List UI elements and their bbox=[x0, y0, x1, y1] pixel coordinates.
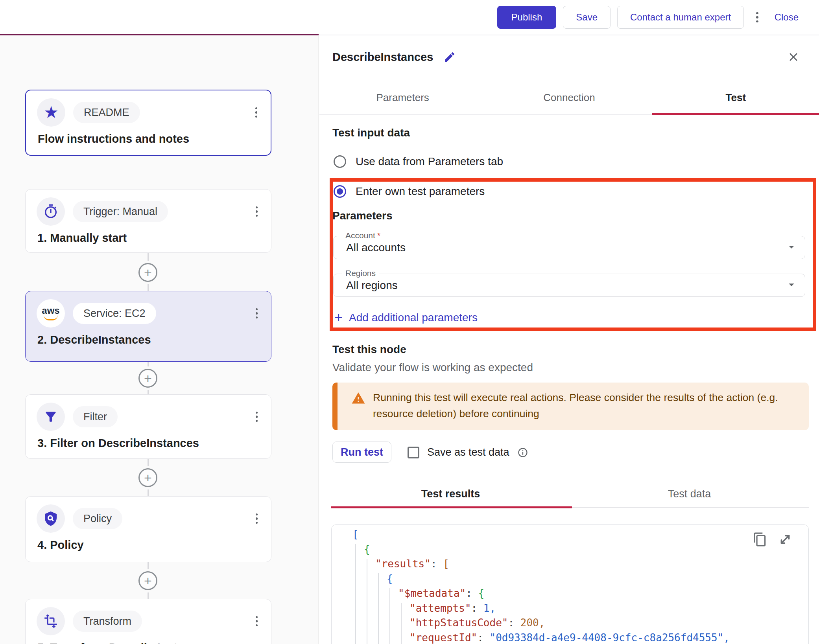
tab-connection[interactable]: Connection bbox=[486, 81, 652, 114]
node-badge: Service: EC2 bbox=[73, 303, 156, 324]
node-menu-icon[interactable] bbox=[254, 409, 260, 425]
node-badge: Transform bbox=[73, 611, 142, 632]
node-badge: Trigger: Manual bbox=[73, 201, 168, 222]
copy-icon[interactable] bbox=[753, 532, 767, 547]
warning-banner: Running this test will execute real acti… bbox=[332, 383, 809, 430]
save-button[interactable]: Save bbox=[563, 6, 611, 29]
plus-icon: + bbox=[334, 311, 343, 325]
transform-icon bbox=[37, 607, 65, 635]
json-line: "results": [ bbox=[332, 557, 808, 572]
top-bar: Publish Save Contact a human expert Clos… bbox=[0, 0, 819, 35]
flow-editor-app: Publish Save Contact a human expert Clos… bbox=[0, 0, 819, 644]
brand-accent-rule bbox=[0, 34, 319, 35]
add-node-button[interactable]: + bbox=[138, 571, 157, 590]
regions-value: All regions bbox=[346, 279, 398, 292]
radio-icon-selected[interactable] bbox=[334, 185, 346, 198]
save-as-test-data-checkbox[interactable]: Save as test data bbox=[408, 446, 528, 458]
json-line: { bbox=[332, 542, 808, 557]
radio-enter-own-parameters[interactable]: Enter own test parameters bbox=[334, 185, 485, 198]
json-line: [ bbox=[332, 527, 808, 542]
flow-canvas: + + + + ★ README Flow instructions and n… bbox=[0, 36, 319, 644]
node-card-trigger[interactable]: Trigger: Manual 1. Manually start bbox=[25, 189, 271, 253]
timer-icon bbox=[37, 197, 65, 226]
node-head: Filter bbox=[26, 395, 271, 431]
radio-icon[interactable] bbox=[334, 155, 346, 168]
tab-test-results[interactable]: Test results bbox=[331, 480, 570, 507]
add-additional-parameters-link[interactable]: + Add additional parameters bbox=[334, 311, 478, 325]
regions-label: Regions bbox=[342, 269, 379, 278]
tab-test-data[interactable]: Test data bbox=[570, 480, 809, 507]
json-line: "httpStatusCode": 200, bbox=[332, 616, 808, 631]
node-title: 2. DescribeInstances bbox=[37, 333, 259, 346]
more-options-icon[interactable] bbox=[751, 9, 764, 26]
node-menu-icon[interactable] bbox=[254, 614, 260, 629]
contact-expert-button[interactable]: Contact a human expert bbox=[617, 6, 744, 29]
json-line: "$metadata": { bbox=[332, 586, 808, 601]
account-select[interactable]: Account* All accounts bbox=[333, 236, 805, 259]
star-icon: ★ bbox=[37, 98, 65, 127]
results-tabs: Test results Test data bbox=[331, 480, 809, 507]
test-input-heading: Test input data bbox=[332, 127, 410, 139]
validate-subheading: Validate your flow is working as expecte… bbox=[332, 361, 533, 374]
top-bar-actions: Publish Save Contact a human expert Clos… bbox=[497, 6, 802, 29]
node-head: Transform bbox=[26, 599, 271, 635]
node-card-readme[interactable]: ★ README Flow instructions and notes bbox=[25, 90, 271, 156]
json-code: [ { "results": [ { "$metadata": { "attem… bbox=[332, 527, 808, 644]
edit-name-icon[interactable] bbox=[443, 51, 456, 63]
node-title: 3. Filter on DescribeInstances bbox=[37, 436, 259, 450]
warning-accent-bar bbox=[332, 383, 338, 430]
node-card-transform[interactable]: Transform 5. Transform DescribeInstances bbox=[25, 599, 271, 644]
node-head: ★ README bbox=[26, 90, 271, 127]
panel-header: DescribeInstances bbox=[332, 48, 456, 66]
json-line: { bbox=[332, 572, 808, 587]
tab-test[interactable]: Test bbox=[653, 81, 819, 114]
radio-label: Enter own test parameters bbox=[356, 185, 485, 198]
node-badge: Filter bbox=[73, 406, 118, 427]
parameters-heading: Parameters bbox=[332, 210, 393, 222]
node-menu-icon[interactable] bbox=[254, 105, 259, 120]
node-detail-panel: DescribeInstances Parameters Connection … bbox=[319, 36, 819, 644]
node-title: Flow instructions and notes bbox=[38, 132, 259, 145]
test-results-json-viewer[interactable]: [ { "results": [ { "$metadata": { "attem… bbox=[331, 524, 809, 644]
run-test-button[interactable]: Run test bbox=[332, 442, 391, 463]
info-icon[interactable] bbox=[517, 447, 528, 458]
top-divider bbox=[319, 35, 819, 35]
aws-icon: aws bbox=[37, 299, 65, 328]
node-badge: README bbox=[73, 102, 140, 123]
chevron-down-icon[interactable] bbox=[785, 278, 798, 293]
chevron-down-icon[interactable] bbox=[785, 241, 798, 255]
close-panel-icon[interactable] bbox=[787, 50, 800, 64]
results-active-tab-indicator bbox=[331, 506, 572, 508]
add-node-button[interactable]: + bbox=[138, 263, 157, 282]
node-title: 1. Manually start bbox=[37, 231, 259, 245]
warning-text: Running this test will execute real acti… bbox=[373, 390, 797, 422]
close-flow-button[interactable]: Close bbox=[771, 6, 802, 29]
test-this-node-heading: Test this node bbox=[332, 343, 406, 356]
tab-parameters[interactable]: Parameters bbox=[319, 81, 486, 114]
radio-use-parameters-tab[interactable]: Use data from Parameters tab bbox=[334, 155, 503, 168]
node-head: Policy bbox=[26, 497, 271, 533]
node-card-ec2[interactable]: aws Service: EC2 2. DescribeInstances bbox=[25, 291, 271, 362]
warning-icon bbox=[350, 391, 366, 407]
add-link-label: Add additional parameters bbox=[349, 311, 478, 324]
node-title: 4. Policy bbox=[37, 538, 259, 552]
publish-button[interactable]: Publish bbox=[497, 6, 557, 29]
node-head: Trigger: Manual bbox=[26, 190, 271, 226]
panel-title: DescribeInstances bbox=[332, 51, 433, 64]
node-badge: Policy bbox=[73, 508, 122, 529]
expand-icon[interactable] bbox=[778, 532, 793, 547]
json-line: "attempts": 1, bbox=[332, 601, 808, 616]
node-menu-icon[interactable] bbox=[254, 306, 260, 321]
node-card-filter[interactable]: Filter 3. Filter on DescribeInstances bbox=[25, 394, 271, 459]
node-menu-icon[interactable] bbox=[254, 511, 260, 526]
radio-label: Use data from Parameters tab bbox=[356, 155, 503, 168]
node-card-policy[interactable]: Policy 4. Policy bbox=[25, 496, 271, 562]
add-node-button[interactable]: + bbox=[138, 468, 157, 487]
panel-tabs: Parameters Connection Test bbox=[319, 81, 819, 115]
add-node-button[interactable]: + bbox=[138, 369, 157, 388]
checkbox-icon[interactable] bbox=[408, 447, 419, 458]
policy-shield-icon bbox=[37, 504, 65, 533]
node-menu-icon[interactable] bbox=[254, 204, 260, 219]
regions-select[interactable]: Regions All regions bbox=[333, 274, 805, 297]
required-asterisk: * bbox=[377, 231, 380, 240]
